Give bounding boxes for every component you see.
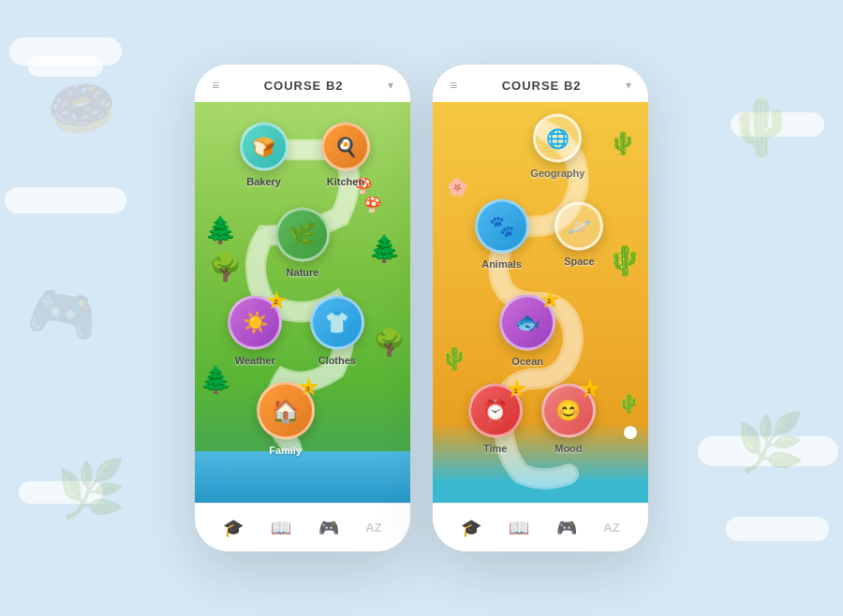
topic-mood[interactable]: 😊 1 Mood <box>541 384 596 454</box>
topic-geography[interactable]: 🌐 Geography <box>530 114 584 179</box>
phone-right-bottom-nav: 🎓 📖 🎮 AZ <box>433 503 648 551</box>
phone-left-content: 🌲 🌳 🌲 🌳 🌲 🍄 🍄 🍞 Bakery 🍳 <box>195 102 410 503</box>
nav-book-icon-left[interactable]: 📖 <box>265 512 297 544</box>
nav-az-icon-right[interactable]: AZ <box>598 515 625 540</box>
topic-ocean[interactable]: 🐟 2 Ocean <box>499 294 555 366</box>
topic-clothes[interactable]: 👕 Clothes <box>310 295 364 365</box>
menu-icon-right[interactable]: ≡ <box>450 78 457 93</box>
topic-family[interactable]: 🏠 3 Family <box>257 382 315 456</box>
phone-left-header: ≡ COURSE B2 ▾ <box>195 65 410 102</box>
menu-icon-left[interactable]: ≡ <box>212 78 219 93</box>
topic-nature[interactable]: 🌿 Nature <box>275 207 330 277</box>
phone-right: ≡ COURSE B2 ▾ 🌵 🌵 🌵 🌵 🌸 � <box>433 65 648 551</box>
phone-left-bottom-nav: 🎓 📖 🎮 AZ <box>195 503 410 551</box>
course-title-left: COURSE B2 <box>264 79 344 93</box>
phone-right-content: 🌵 🌵 🌵 🌵 🌸 🌐 Geography 🐾 Animals <box>433 102 648 503</box>
nav-learn-icon-left[interactable]: 🎓 <box>217 512 249 544</box>
phones-container: ≡ COURSE B2 ▾ 🌲 🌳 🌲 🌳 🌲 🍄 🍄 <box>195 65 648 551</box>
chevron-left[interactable]: ▾ <box>388 79 393 92</box>
topic-time[interactable]: ⏰ 1 Time <box>468 384 523 454</box>
topic-animals[interactable]: 🐾 Animals <box>475 199 529 270</box>
topic-space[interactable]: 🪐 Space <box>555 202 603 267</box>
nav-learn-icon-right[interactable]: 🎓 <box>455 512 487 544</box>
nav-game-icon-right[interactable]: 🎮 <box>551 512 583 544</box>
chevron-right[interactable]: ▾ <box>626 79 631 92</box>
nav-book-icon-right[interactable]: 📖 <box>503 512 535 544</box>
nav-game-icon-left[interactable]: 🎮 <box>313 512 345 544</box>
topic-bakery[interactable]: 🍞 Bakery <box>240 122 288 186</box>
phone-right-header: ≡ COURSE B2 ▾ <box>433 65 648 102</box>
course-title-right: COURSE B2 <box>502 79 582 93</box>
phone-left: ≡ COURSE B2 ▾ 🌲 🌳 🌲 🌳 🌲 🍄 🍄 <box>195 65 410 551</box>
nav-az-icon-left[interactable]: AZ <box>360 515 387 540</box>
topic-kitchen[interactable]: 🍳 Kitchen <box>321 122 370 186</box>
topic-weather[interactable]: ☀️ 2 Weather <box>228 295 282 365</box>
